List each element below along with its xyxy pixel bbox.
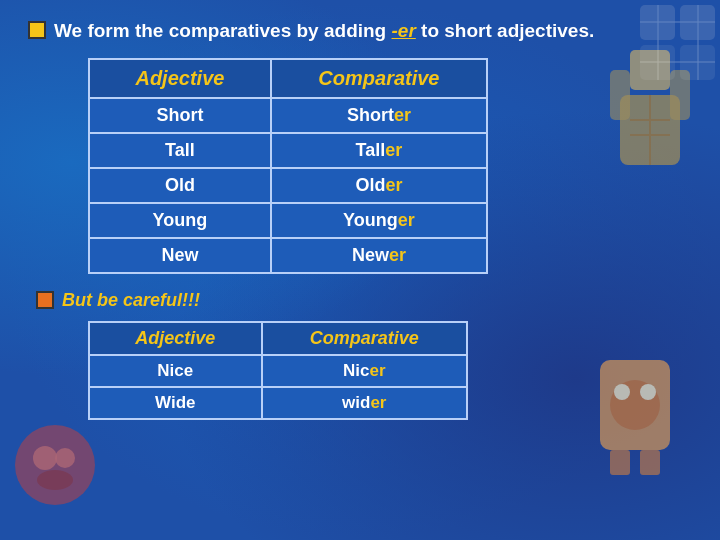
page-content: We form the comparatives by adding -er t…	[0, 0, 720, 438]
careful-bullet-icon	[36, 291, 54, 309]
er-suffix: er	[385, 175, 402, 195]
svg-point-16	[37, 470, 73, 490]
adjective-cell: Tall	[89, 133, 271, 168]
careful-section: But be careful!!!	[36, 290, 692, 311]
intro-section: We form the comparatives by adding -er t…	[28, 18, 692, 44]
intro-text-after: to short adjectives.	[416, 20, 594, 41]
table-row: YoungYounger	[89, 203, 487, 238]
er-suffix: er	[369, 361, 385, 380]
small-comparatives-table: Adjective Comparative NiceNicerWidewider	[88, 321, 468, 420]
table-row: OldOlder	[89, 168, 487, 203]
adjective-cell: Old	[89, 168, 271, 203]
comparative-cell: Nicer	[262, 355, 467, 387]
small-table-comparative-header: Comparative	[262, 322, 467, 355]
table-row: TallTaller	[89, 133, 487, 168]
small-table-section: Adjective Comparative NiceNicerWidewider	[88, 321, 692, 420]
er-suffix: er	[398, 210, 415, 230]
intro-text-before: We form the comparatives by adding	[54, 20, 392, 41]
svg-rect-10	[640, 450, 660, 475]
table-row: NiceNicer	[89, 355, 467, 387]
svg-point-14	[33, 446, 57, 470]
main-table-section: Adjective Comparative ShortShorterTallTa…	[88, 58, 692, 274]
comparative-cell: Newer	[271, 238, 487, 273]
adjective-cell: New	[89, 238, 271, 273]
intro-highlight: -er	[392, 20, 416, 41]
comparative-cell: wider	[262, 387, 467, 419]
main-comparatives-table: Adjective Comparative ShortShorterTallTa…	[88, 58, 488, 274]
adjective-cell: Nice	[89, 355, 262, 387]
adjective-cell: Short	[89, 98, 271, 133]
svg-rect-9	[610, 450, 630, 475]
comparative-cell: Younger	[271, 203, 487, 238]
main-table-comparative-header: Comparative	[271, 59, 487, 98]
er-suffix: er	[370, 393, 386, 412]
careful-label: But be careful!!!	[62, 290, 200, 311]
er-suffix: er	[389, 245, 406, 265]
comparative-cell: Older	[271, 168, 487, 203]
er-suffix: er	[394, 105, 411, 125]
main-table-adjective-header: Adjective	[89, 59, 271, 98]
comparative-cell: Taller	[271, 133, 487, 168]
table-row: Widewider	[89, 387, 467, 419]
table-row: NewNewer	[89, 238, 487, 273]
bullet-icon	[28, 21, 46, 39]
comparative-cell: Shorter	[271, 98, 487, 133]
table-row: ShortShorter	[89, 98, 487, 133]
adjective-cell: Young	[89, 203, 271, 238]
er-suffix: er	[385, 140, 402, 160]
small-table-adjective-header: Adjective	[89, 322, 262, 355]
adjective-cell: Wide	[89, 387, 262, 419]
intro-text: We form the comparatives by adding -er t…	[54, 18, 594, 44]
svg-point-15	[55, 448, 75, 468]
